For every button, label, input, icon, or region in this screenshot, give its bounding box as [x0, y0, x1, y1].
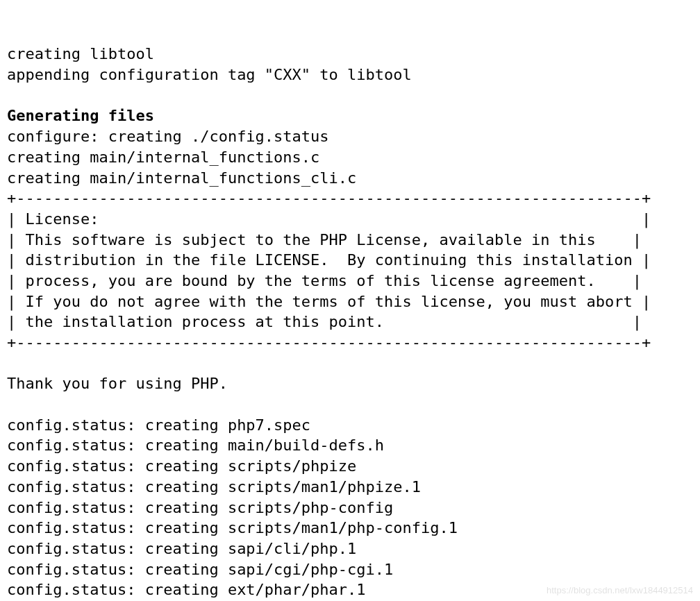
license-box-bottom: +---------------------------------------… — [7, 334, 651, 351]
license-box-line: | This software is subject to the PHP Li… — [7, 231, 642, 248]
output-line: creating main/internal_functions.c — [7, 149, 319, 166]
section-heading: Generating files — [7, 107, 154, 124]
license-box-line: | process, you are bound by the terms of… — [7, 272, 642, 289]
output-line: Thank you for using PHP. — [7, 375, 228, 392]
output-line: config.status: creating sapi/cgi/php-cgi… — [7, 561, 393, 578]
output-line: config.status: creating scripts/phpize — [7, 457, 356, 475]
output-line: configure: creating ./config.status — [7, 128, 329, 145]
output-line: config.status: creating scripts/man1/php… — [7, 519, 458, 536]
license-box-line: | distribution in the file LICENSE. By c… — [7, 251, 651, 269]
output-line: config.status: creating sapi/cli/php.1 — [7, 540, 356, 557]
output-line: creating libtool — [7, 45, 154, 62]
output-line: config.status: creating php7.spec — [7, 416, 310, 434]
license-box-line: | If you do not agree with the terms of … — [7, 293, 651, 310]
output-line: config.status: creating main/build-defs.… — [7, 437, 384, 454]
license-box-top: +---------------------------------------… — [7, 189, 651, 207]
license-box-line: | the installation process at this point… — [7, 313, 642, 330]
license-box-line: | License: | — [7, 210, 651, 228]
output-line: appending configuration tag "CXX" to lib… — [7, 66, 412, 83]
watermark: https://blog.csdn.net/lxw1844912514 — [547, 584, 693, 597]
output-line: creating main/internal_functions_cli.c — [7, 169, 356, 187]
output-line: config.status: creating ext/phar/phar.1 — [7, 581, 366, 598]
terminal-output: creating libtool appending configuration… — [7, 44, 693, 601]
output-line: config.status: creating scripts/php-conf… — [7, 499, 393, 516]
output-line: config.status: creating scripts/man1/php… — [7, 478, 421, 496]
